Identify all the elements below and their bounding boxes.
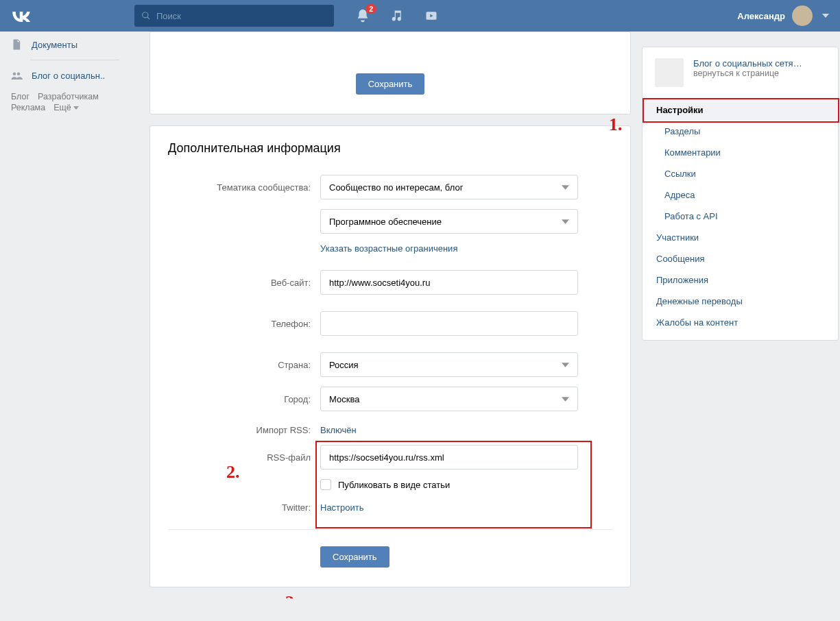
- footer-link-more[interactable]: Ещё: [53, 103, 79, 112]
- rmenu-settings[interactable]: Настройки: [643, 99, 838, 121]
- top-header: Поиск 2 Александр: [0, 0, 840, 32]
- link-twitter-setup[interactable]: Настроить: [320, 502, 364, 513]
- select-topic-secondary[interactable]: Программное обеспечение: [320, 209, 578, 234]
- notifications-badge: 2: [365, 4, 376, 14]
- sidebar-item-blog-group[interactable]: Блог о социальн..: [0, 64, 149, 86]
- rmenu-messages[interactable]: Сообщения: [643, 248, 838, 269]
- select-topic-primary[interactable]: Сообщество по интересам, блог: [320, 175, 578, 199]
- save-button-top[interactable]: Сохранить: [356, 73, 425, 95]
- label-phone: Телефон:: [168, 319, 320, 329]
- top-save-card: Сохранить: [149, 32, 631, 114]
- user-avatar: [792, 5, 813, 26]
- group-header: Блог о социальных сетя… вернуться к стра…: [643, 47, 838, 99]
- label-website: Веб-сайт:: [168, 278, 320, 288]
- group-icon: [10, 69, 23, 82]
- notifications-icon[interactable]: 2: [353, 0, 372, 32]
- music-icon[interactable]: [387, 0, 407, 32]
- sidebar-footer: Блог Разработчикам Реклама Ещё: [0, 86, 117, 112]
- save-button[interactable]: Сохранить: [320, 546, 389, 568]
- rmenu-links[interactable]: Ссылки: [643, 163, 838, 184]
- main-content: Сохранить Дополнительная информация Тема…: [149, 32, 631, 598]
- rmenu-sections[interactable]: Разделы: [643, 121, 838, 142]
- rmenu-comments[interactable]: Комментарии: [643, 142, 838, 163]
- rmenu-members[interactable]: Участники: [643, 227, 838, 248]
- label-topic: Тематика сообщества:: [168, 182, 320, 193]
- svg-point-1: [13, 73, 16, 76]
- group-title[interactable]: Блог о социальных сетя…: [693, 58, 802, 69]
- document-icon: [10, 38, 23, 51]
- label-rss-file: RSS-файл: [168, 452, 320, 463]
- label-city: Город:: [168, 394, 320, 404]
- search-input[interactable]: Поиск: [134, 5, 334, 27]
- checkbox-label: Публиковать в виде статьи: [338, 480, 450, 490]
- rmenu-payments[interactable]: Денежные переводы: [643, 291, 838, 312]
- input-phone[interactable]: [320, 311, 578, 336]
- rmenu-reports[interactable]: Жалобы на контент: [643, 312, 838, 333]
- user-name: Александр: [737, 11, 785, 21]
- svg-point-2: [17, 73, 21, 76]
- link-age-restrictions[interactable]: Указать возрастные ограничения: [320, 243, 457, 254]
- search-placeholder: Поиск: [156, 11, 181, 21]
- sidebar-item-documents[interactable]: Документы: [0, 34, 149, 56]
- rmenu-api[interactable]: Работа с API: [643, 206, 838, 227]
- footer-link-blog[interactable]: Блог: [11, 92, 29, 101]
- link-rss-import-status[interactable]: Включён: [320, 425, 357, 435]
- select-country[interactable]: Россия: [320, 352, 578, 377]
- user-menu[interactable]: Александр: [737, 5, 829, 26]
- right-sidebar: Блог о социальных сетя… вернуться к стра…: [631, 32, 840, 598]
- input-website[interactable]: [320, 270, 578, 295]
- annotation-number-3: 3.: [285, 592, 299, 598]
- card-title: Дополнительная информация: [168, 141, 612, 156]
- vk-logo[interactable]: [11, 0, 32, 32]
- input-rss-file[interactable]: [320, 445, 578, 470]
- label-twitter: Twitter:: [168, 502, 320, 513]
- footer-link-ads[interactable]: Реклама: [11, 103, 45, 112]
- video-icon[interactable]: [422, 0, 441, 32]
- additional-info-card: Дополнительная информация Тематика сообщ…: [149, 125, 631, 587]
- group-avatar[interactable]: [655, 58, 684, 87]
- group-back-link[interactable]: вернуться к странице: [693, 69, 802, 78]
- footer-link-developers[interactable]: Разработчикам: [38, 92, 99, 101]
- label-rss-import: Импорт RSS:: [168, 425, 320, 435]
- select-city[interactable]: Москва: [320, 387, 578, 411]
- sidebar-item-label: Блог о социальн..: [32, 71, 105, 81]
- rmenu-apps[interactable]: Приложения: [643, 269, 838, 291]
- left-sidebar: Документы Блог о социальн.. Блог Разрабо…: [0, 32, 149, 598]
- sidebar-item-label: Документы: [32, 40, 77, 50]
- label-country: Страна:: [168, 360, 320, 370]
- rmenu-addresses[interactable]: Адреса: [643, 184, 838, 206]
- checkbox-publish-as-article[interactable]: [320, 479, 331, 490]
